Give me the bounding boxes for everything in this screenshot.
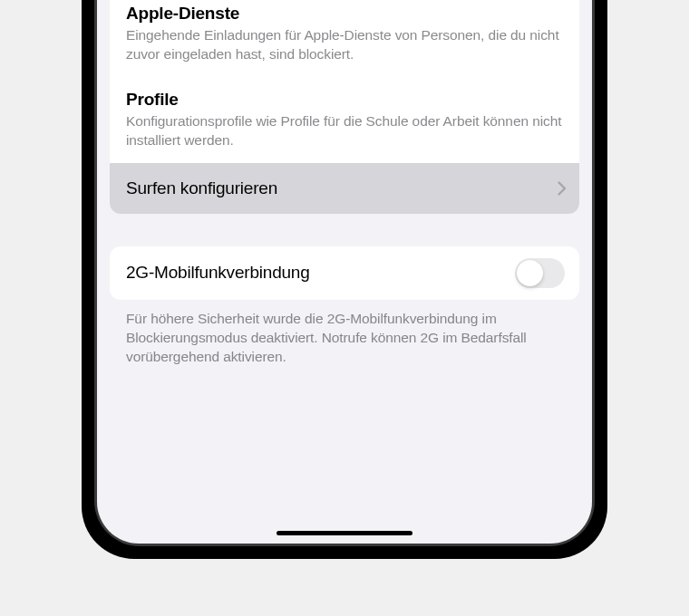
phone-inner-border: Apple-Dienste Eingehende Einladungen für… (94, 0, 595, 546)
settings-group: Apple-Dienste Eingehende Einladungen für… (110, 0, 579, 214)
profiles-section: Profile Konfigurationsprofile wie Profil… (110, 77, 579, 163)
profiles-description: Konfigurationsprofile wie Profile für di… (126, 112, 563, 150)
cellular-2g-label: 2G-Mobilfunkverbindung (126, 263, 310, 283)
profiles-title: Profile (126, 90, 563, 110)
configure-browsing-label: Surfen konfigurieren (126, 178, 277, 198)
configure-browsing-row[interactable]: Surfen konfigurieren (110, 163, 579, 214)
cellular-2g-footer: Für höhere Sicherheit wurde die 2G-Mobil… (97, 300, 592, 367)
phone-screen: Apple-Dienste Eingehende Einladungen für… (97, 0, 592, 544)
apple-services-description: Eingehende Einladungen für Apple-Dienste… (126, 26, 563, 64)
chevron-right-icon (558, 181, 567, 196)
phone-frame: Apple-Dienste Eingehende Einladungen für… (82, 0, 607, 559)
cellular-2g-row: 2G-Mobilfunkverbindung (110, 246, 579, 300)
apple-services-title: Apple-Dienste (126, 4, 563, 24)
apple-services-section: Apple-Dienste Eingehende Einladungen für… (110, 0, 579, 77)
cellular-2g-toggle[interactable] (515, 258, 565, 288)
home-indicator[interactable] (277, 531, 412, 535)
toggle-knob (517, 260, 543, 286)
